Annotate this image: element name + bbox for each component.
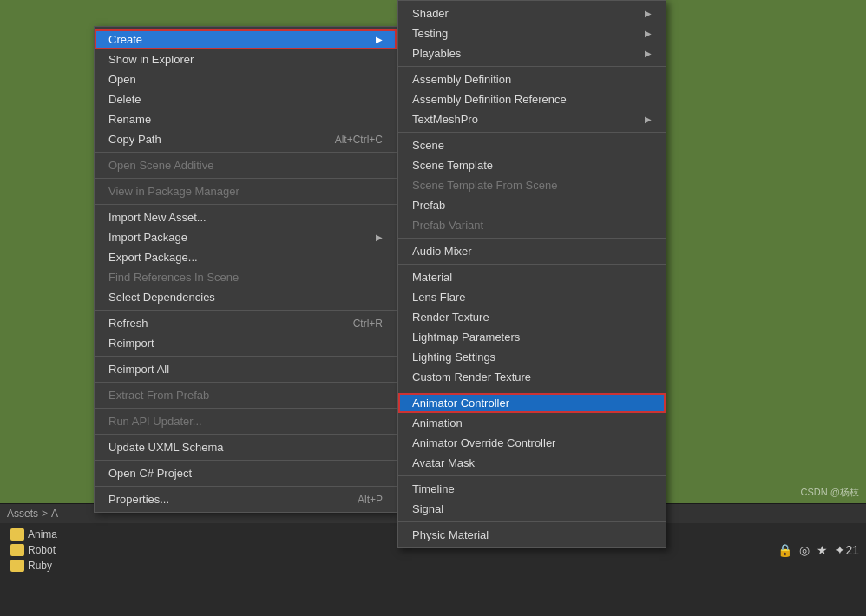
menu-item-signal[interactable]: Signal [398, 499, 666, 519]
separator-10 [95, 486, 397, 487]
menu-item-lightmap-parameters[interactable]: Lightmap Parameters [398, 327, 666, 347]
menu-item-create-arrow: ▶ [376, 35, 383, 44]
star-icon[interactable]: ★ [817, 543, 828, 557]
menu-item-refresh[interactable]: Refresh Ctrl+R [95, 313, 397, 333]
separator-2 [95, 178, 397, 179]
menu-item-assembly-definition-reference[interactable]: Assembly Definition Reference [398, 89, 666, 109]
menu-item-create-label: Create [108, 33, 376, 46]
menu-item-show-in-explorer[interactable]: Show in Explorer [95, 49, 397, 69]
menu-item-textmeshpro-label: TextMeshPro [412, 113, 645, 126]
menu-item-scene-template[interactable]: Scene Template [398, 155, 666, 175]
menu-item-scene-template-from-scene-label: Scene Template From Scene [412, 179, 652, 192]
menu-item-animation[interactable]: Animation [398, 413, 666, 433]
bottom-right-icons: 🔒 ◎ ★ ✦21 [777, 543, 859, 557]
menu-item-update-uxml-schema-label: Update UXML Schema [108, 441, 383, 454]
menu-item-open-scene-additive-label: Open Scene Additive [108, 159, 383, 172]
menu-item-lightmap-parameters-label: Lightmap Parameters [412, 331, 652, 344]
menu-item-reimport-all[interactable]: Reimport All [95, 359, 397, 379]
menu-item-open-scene-additive: Open Scene Additive [95, 155, 397, 175]
right-separator-1 [398, 66, 666, 67]
menu-item-animator-controller[interactable]: Animator Controller [398, 393, 666, 413]
menu-item-properties-label: Properties... [108, 493, 340, 506]
breadcrumb-assets[interactable]: Assets [7, 508, 38, 520]
menu-item-prefab[interactable]: Prefab [398, 195, 666, 215]
menu-item-signal-label: Signal [412, 502, 652, 515]
menu-item-timeline-label: Timeline [412, 482, 652, 495]
menu-item-update-uxml-schema[interactable]: Update UXML Schema [95, 437, 397, 457]
menu-item-shader[interactable]: Shader ▶ [398, 3, 666, 23]
menu-item-assembly-definition[interactable]: Assembly Definition [398, 69, 666, 89]
menu-item-material[interactable]: Material [398, 267, 666, 287]
menu-item-playables-arrow: ▶ [645, 49, 652, 58]
menu-item-import-new-asset[interactable]: Import New Asset... [95, 207, 397, 227]
menu-item-testing-arrow: ▶ [645, 29, 652, 38]
menu-item-reimport[interactable]: Reimport [95, 333, 397, 353]
menu-item-run-api-updater: Run API Updater... [95, 411, 397, 431]
separator-9 [95, 460, 397, 461]
menu-item-lighting-settings[interactable]: Lighting Settings [398, 347, 666, 367]
menu-item-delete[interactable]: Delete [95, 89, 397, 109]
right-separator-3 [398, 238, 666, 239]
menu-item-shader-label: Shader [412, 7, 645, 20]
menu-item-shader-arrow: ▶ [645, 9, 652, 18]
breadcrumb-current[interactable]: A [51, 508, 58, 520]
menu-item-scene[interactable]: Scene [398, 135, 666, 155]
menu-item-custom-render-texture-label: Custom Render Texture [412, 370, 652, 383]
menu-item-rename[interactable]: Rename [95, 109, 397, 129]
context-menu-left[interactable]: Create ▶ Show in Explorer Open Delete Re… [94, 26, 397, 513]
breadcrumb: Assets > A [7, 508, 58, 520]
separator-7 [95, 408, 397, 409]
menu-item-copy-path[interactable]: Copy Path Alt+Ctrl+C [95, 129, 397, 149]
menu-item-refresh-shortcut: Ctrl+R [353, 318, 383, 330]
separator-3 [95, 204, 397, 205]
menu-item-select-dependencies[interactable]: Select Dependencies [95, 287, 397, 307]
menu-item-import-new-asset-label: Import New Asset... [108, 211, 383, 224]
menu-item-delete-label: Delete [108, 93, 383, 106]
menu-item-audio-mixer-label: Audio Mixer [412, 245, 652, 258]
menu-item-export-package[interactable]: Export Package... [95, 247, 397, 267]
menu-item-custom-render-texture[interactable]: Custom Render Texture [398, 367, 666, 387]
right-separator-7 [398, 521, 666, 522]
menu-item-select-dependencies-label: Select Dependencies [108, 291, 383, 304]
separator-5 [95, 356, 397, 357]
menu-item-animation-label: Animation [412, 416, 652, 429]
menu-item-extract-from-prefab-label: Extract From Prefab [108, 389, 383, 402]
menu-item-export-package-label: Export Package... [108, 251, 383, 264]
menu-item-properties[interactable]: Properties... Alt+P [95, 489, 397, 509]
menu-item-timeline[interactable]: Timeline [398, 479, 666, 499]
menu-item-import-package-label: Import Package [108, 231, 376, 244]
menu-item-open-csharp-project[interactable]: Open C# Project [95, 463, 397, 483]
menu-item-lens-flare-label: Lens Flare [412, 291, 652, 304]
menu-item-animator-override-controller[interactable]: Animator Override Controller [398, 433, 666, 453]
folder-icon-robot [10, 544, 24, 556]
menu-item-audio-mixer[interactable]: Audio Mixer [398, 241, 666, 261]
layers-icon[interactable]: ✦21 [835, 543, 859, 557]
menu-item-render-texture[interactable]: Render Texture [398, 307, 666, 327]
menu-item-create[interactable]: Create ▶ [95, 29, 397, 49]
separator-4 [95, 310, 397, 311]
menu-item-playables[interactable]: Playables ▶ [398, 43, 666, 63]
menu-item-prefab-variant: Prefab Variant [398, 215, 666, 235]
menu-item-reimport-all-label: Reimport All [108, 363, 383, 376]
menu-item-avatar-mask-label: Avatar Mask [412, 456, 652, 469]
lock-icon[interactable]: 🔒 [777, 543, 792, 557]
menu-item-properties-shortcut: Alt+P [358, 494, 383, 506]
menu-item-assembly-definition-reference-label: Assembly Definition Reference [412, 93, 652, 106]
menu-item-animator-controller-label: Animator Controller [412, 396, 652, 410]
menu-item-view-in-package-manager: View in Package Manager [95, 181, 397, 201]
menu-item-find-references-in-scene-label: Find References In Scene [108, 271, 383, 284]
menu-item-render-texture-label: Render Texture [412, 311, 652, 324]
menu-item-avatar-mask[interactable]: Avatar Mask [398, 453, 666, 473]
menu-item-physic-material[interactable]: Physic Material [398, 525, 666, 545]
menu-item-import-package-arrow: ▶ [376, 233, 383, 242]
menu-item-open[interactable]: Open [95, 69, 397, 89]
context-menu-right[interactable]: Shader ▶ Testing ▶ Playables ▶ Assembly … [397, 0, 666, 548]
menu-item-textmeshpro[interactable]: TextMeshPro ▶ [398, 109, 666, 129]
menu-item-import-package[interactable]: Import Package ▶ [95, 227, 397, 247]
menu-item-playables-label: Playables [412, 47, 645, 60]
search-icon[interactable]: ◎ [799, 543, 810, 557]
menu-item-testing[interactable]: Testing ▶ [398, 23, 666, 43]
menu-item-find-references-in-scene: Find References In Scene [95, 267, 397, 287]
folder-ruby[interactable]: Ruby [7, 558, 859, 573]
menu-item-lens-flare[interactable]: Lens Flare [398, 287, 666, 307]
